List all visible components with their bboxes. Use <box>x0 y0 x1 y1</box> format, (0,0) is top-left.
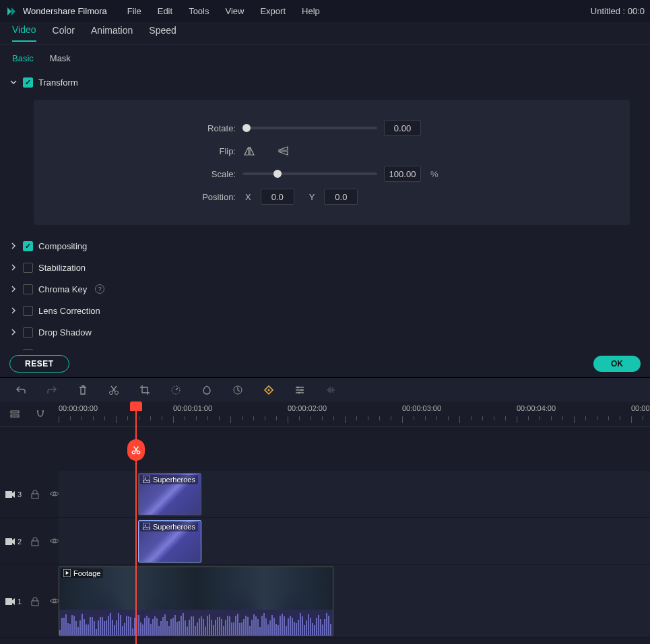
menu-edit[interactable]: Edit <box>158 6 172 16</box>
chevron-right-icon[interactable] <box>9 307 18 315</box>
lock-icon[interactable] <box>31 490 40 499</box>
menu-file[interactable]: File <box>127 6 141 16</box>
inspector-subtabs: Basic Mask <box>0 44 650 71</box>
section-transform[interactable]: Transform <box>7 71 643 93</box>
magnet-icon[interactable] <box>35 409 46 420</box>
svg-point-4 <box>268 389 270 391</box>
position-label: Position: <box>54 192 236 202</box>
eye-icon[interactable] <box>49 597 59 606</box>
transform-label: Transform <box>38 77 78 88</box>
svg-rect-23 <box>32 601 38 606</box>
ruler-tick: 00:00:00:00 <box>59 404 98 412</box>
ruler-tick: 00:00:01:00 <box>173 404 212 412</box>
chevron-down-icon[interactable] <box>9 78 18 86</box>
stabilization-checkbox[interactable] <box>23 263 33 273</box>
chevron-right-icon[interactable] <box>9 285 18 293</box>
track-manage-icon[interactable] <box>9 409 20 420</box>
track-head-1: 1 <box>0 565 59 637</box>
split-icon[interactable] <box>108 384 120 396</box>
scale-input[interactable] <box>384 166 421 182</box>
pos-x-label: X <box>245 192 251 202</box>
menu-view[interactable]: View <box>225 6 244 16</box>
subtab-mask[interactable]: Mask <box>50 53 71 63</box>
tab-video[interactable]: Video <box>12 24 36 42</box>
auto-label: Auto enhance <box>38 349 92 351</box>
timeline-toolbar <box>0 377 650 401</box>
auto-checkbox[interactable] <box>23 349 33 351</box>
timeline-ruler[interactable]: 00:00:00:00 00:00:01:00 00:00:02:00 00:0… <box>59 401 650 426</box>
keyframe-icon[interactable] <box>263 384 275 396</box>
pos-x-input[interactable] <box>261 189 294 205</box>
lock-icon[interactable] <box>31 597 40 606</box>
timeline-ruler-row: 00:00:00:00 00:00:01:00 00:00:02:00 00:0… <box>0 401 650 427</box>
pos-y-label: Y <box>309 192 315 202</box>
chroma-checkbox[interactable] <box>23 284 33 294</box>
track-2[interactable]: 2 Superheroes <box>0 518 650 565</box>
section-chroma-key[interactable]: Chroma Key ? <box>7 278 643 300</box>
eye-icon[interactable] <box>49 490 59 499</box>
scale-slider[interactable] <box>242 172 377 175</box>
scale-unit: % <box>430 169 438 179</box>
lock-icon[interactable] <box>31 537 40 546</box>
chroma-label: Chroma Key <box>38 284 87 294</box>
clip-footage[interactable]: Footage <box>59 567 333 636</box>
rotate-label: Rotate: <box>54 123 236 133</box>
track-head-3: 3 <box>0 471 59 517</box>
reset-button[interactable]: RESET <box>9 355 69 373</box>
chevron-right-icon[interactable] <box>9 263 18 271</box>
audio-icon[interactable] <box>325 384 337 396</box>
play-icon <box>63 569 71 577</box>
menu-export[interactable]: Export <box>260 6 286 16</box>
section-drop-shadow[interactable]: Drop Shadow <box>7 321 643 343</box>
track-3[interactable]: 3 Superheroes <box>0 471 650 518</box>
section-stabilization[interactable]: Stabilization <box>7 257 643 278</box>
menu-help[interactable]: Help <box>302 6 320 16</box>
properties-panel[interactable]: Transform Rotate: Flip: Scale: % Positio… <box>0 71 650 350</box>
video-track-icon <box>5 538 15 545</box>
flip-vertical-icon[interactable] <box>276 144 290 158</box>
timeline[interactable]: 3 Superheroes 2 Superheroes 1 <box>0 427 650 644</box>
help-icon[interactable]: ? <box>95 284 104 294</box>
pos-y-input[interactable] <box>324 189 358 205</box>
chevron-right-icon[interactable] <box>9 242 18 250</box>
rotate-input[interactable] <box>384 120 421 136</box>
adjust-icon[interactable] <box>294 384 306 396</box>
menu-tools[interactable]: Tools <box>189 6 209 16</box>
drop-checkbox[interactable] <box>23 327 33 337</box>
speed-icon[interactable] <box>170 384 182 396</box>
tab-color[interactable]: Color <box>53 25 75 41</box>
subtab-basic[interactable]: Basic <box>12 53 34 63</box>
section-lens-correction[interactable]: Lens Correction <box>7 300 643 321</box>
action-bar: RESET OK <box>0 350 650 377</box>
svg-point-19 <box>53 540 56 542</box>
svg-rect-12 <box>5 491 12 498</box>
chevron-right-icon[interactable] <box>9 350 18 350</box>
svg-rect-9 <box>11 415 19 417</box>
speed2-icon[interactable] <box>232 384 244 396</box>
flip-horizontal-icon[interactable] <box>242 144 256 158</box>
chevron-right-icon[interactable] <box>9 328 18 336</box>
track-1[interactable]: 1 Footage <box>0 565 650 638</box>
clip-superheroes-2[interactable]: Superheroes <box>138 520 201 562</box>
tab-animation[interactable]: Animation <box>91 25 133 41</box>
clip-superheroes-3[interactable]: Superheroes <box>138 473 201 515</box>
transform-checkbox[interactable] <box>23 77 33 88</box>
compositing-checkbox[interactable] <box>23 241 33 251</box>
crop-icon[interactable] <box>139 384 151 396</box>
ok-button[interactable]: OK <box>593 356 641 372</box>
playhead[interactable] <box>130 401 142 411</box>
track-number: 1 <box>18 598 22 606</box>
lens-checkbox[interactable] <box>23 306 33 316</box>
svg-point-5 <box>297 386 299 388</box>
undo-icon[interactable] <box>15 384 27 396</box>
delete-icon[interactable] <box>77 384 89 396</box>
tab-speed[interactable]: Speed <box>149 25 176 41</box>
color-icon[interactable] <box>201 384 213 396</box>
redo-icon[interactable] <box>46 384 58 396</box>
svg-point-6 <box>301 389 303 391</box>
section-auto-enhance[interactable]: Auto enhance <box>7 343 643 350</box>
eye-icon[interactable] <box>49 537 59 546</box>
section-compositing[interactable]: Compositing <box>7 235 643 257</box>
rotate-slider[interactable] <box>242 127 377 129</box>
ruler-tick: 00:00:04:00 <box>517 404 556 412</box>
